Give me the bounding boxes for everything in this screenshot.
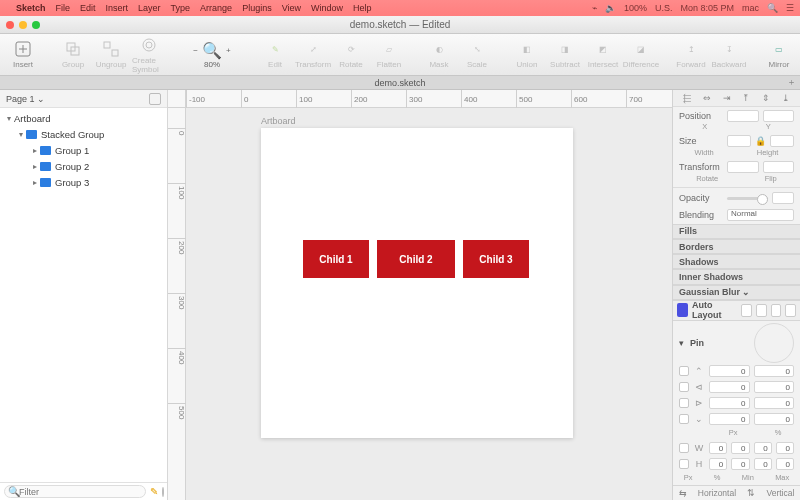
- align-right-icon[interactable]: ⇥: [721, 92, 733, 104]
- align-vcenter-icon[interactable]: ⇕: [760, 92, 772, 104]
- pin-left-field[interactable]: 0: [709, 381, 750, 393]
- align-left-icon[interactable]: ⬱: [681, 92, 693, 104]
- layer-group-1[interactable]: ▸ Group 1: [0, 142, 167, 158]
- distribute-v-icon[interactable]: ⇅: [747, 488, 755, 498]
- page-list-icon[interactable]: [149, 93, 161, 105]
- align-bottom-icon[interactable]: ⤓: [780, 92, 792, 104]
- forward-button[interactable]: ↥Forward: [674, 40, 708, 69]
- height-field[interactable]: [770, 135, 794, 147]
- menu-insert[interactable]: Insert: [106, 3, 129, 13]
- zoom-in-icon[interactable]: +: [226, 46, 231, 55]
- al-mode-2-button[interactable]: [756, 304, 767, 317]
- lock-icon[interactable]: 🔒: [755, 136, 766, 146]
- disclosure-icon[interactable]: ▾: [4, 114, 14, 123]
- search-icon[interactable]: 🔍: [767, 3, 778, 13]
- flip-field[interactable]: [763, 161, 795, 173]
- menu-arrange[interactable]: Arrange: [200, 3, 232, 13]
- align-top-icon[interactable]: ⤒: [740, 92, 752, 104]
- battery-status[interactable]: 100%: [624, 3, 647, 13]
- inner-shadows-section[interactable]: Inner Shadows: [673, 269, 800, 284]
- difference-button[interactable]: ◪Difference: [624, 40, 658, 69]
- pin-disclosure-icon[interactable]: ▾: [679, 338, 684, 348]
- menu-window[interactable]: Window: [311, 3, 343, 13]
- gaussian-blur-section[interactable]: Gaussian Blur ⌄: [673, 285, 800, 300]
- child-3[interactable]: Child 3: [463, 240, 529, 278]
- add-tab-button[interactable]: ＋: [787, 76, 796, 89]
- pin-left-field-2[interactable]: 0: [754, 381, 795, 393]
- page-selector[interactable]: Page 1 ⌄: [0, 90, 167, 108]
- close-icon[interactable]: [6, 21, 14, 29]
- pin-target-icon[interactable]: [754, 323, 794, 363]
- menu-file[interactable]: File: [56, 3, 71, 13]
- pin-right-check[interactable]: [679, 398, 689, 408]
- create-symbol-button[interactable]: Create Symbol: [132, 36, 166, 74]
- menu-edit[interactable]: Edit: [80, 3, 96, 13]
- pin-h-field[interactable]: 0: [709, 458, 727, 470]
- width-field[interactable]: [727, 135, 751, 147]
- al-mode-3-button[interactable]: [771, 304, 782, 317]
- menu-plugins[interactable]: Plugins: [242, 3, 272, 13]
- app-name[interactable]: Sketch: [16, 3, 46, 13]
- menu-type[interactable]: Type: [171, 3, 191, 13]
- pin-top-field-2[interactable]: 0: [754, 365, 795, 377]
- layer-stacked-group[interactable]: ▾ Stacked Group: [0, 126, 167, 142]
- disclosure-icon[interactable]: ▸: [30, 178, 40, 187]
- layer-artboard[interactable]: ▾ Artboard: [0, 110, 167, 126]
- tab-demo[interactable]: demo.sketch: [374, 78, 425, 88]
- al-mode-4-button[interactable]: [785, 304, 796, 317]
- child-1[interactable]: Child 1: [303, 240, 369, 278]
- artboard-label[interactable]: Artboard: [261, 116, 296, 126]
- menu-layer[interactable]: Layer: [138, 3, 161, 13]
- blending-select[interactable]: Normal: [727, 209, 794, 221]
- insert-button[interactable]: Insert: [6, 40, 40, 69]
- disclosure-icon[interactable]: ▸: [30, 162, 40, 171]
- disclosure-icon[interactable]: ▸: [30, 146, 40, 155]
- scale-button[interactable]: ⤡Scale: [460, 40, 494, 69]
- canvas-area[interactable]: -100 0 100 200 300 400 500 600 700 0 100…: [168, 90, 672, 500]
- pin-w-check[interactable]: [679, 443, 689, 453]
- opacity-slider[interactable]: [727, 197, 768, 200]
- menu-help[interactable]: Help: [353, 3, 372, 13]
- pin-top-field[interactable]: 0: [709, 365, 750, 377]
- x-field[interactable]: [727, 110, 759, 122]
- artboard[interactable]: Child 1 Child 2 Child 3: [261, 128, 573, 438]
- mirror-button[interactable]: ▭Mirror: [762, 40, 796, 69]
- distribute-h-icon[interactable]: ⇆: [679, 488, 687, 498]
- group-button[interactable]: Group: [56, 40, 90, 69]
- filter-input[interactable]: [4, 485, 146, 498]
- layer-group-2[interactable]: ▸ Group 2: [0, 158, 167, 174]
- pin-right-field[interactable]: 0: [709, 397, 750, 409]
- flag-status[interactable]: U.S.: [655, 3, 673, 13]
- volume-icon[interactable]: 🔈: [605, 3, 616, 13]
- backward-button[interactable]: ↧Backward: [712, 40, 746, 69]
- zoom-window-icon[interactable]: [32, 21, 40, 29]
- pin-left-check[interactable]: [679, 382, 689, 392]
- pin-w-field[interactable]: 0: [709, 442, 727, 454]
- zoom-out-icon[interactable]: −: [193, 46, 198, 55]
- child-2[interactable]: Child 2: [377, 240, 455, 278]
- ungroup-button[interactable]: Ungroup: [94, 40, 128, 69]
- edit-button[interactable]: ✎Edit: [258, 40, 292, 69]
- pin-h-check[interactable]: [679, 459, 689, 469]
- shadows-section[interactable]: Shadows: [673, 254, 800, 269]
- pin-bottom-field-2[interactable]: 0: [754, 413, 795, 425]
- fills-section[interactable]: Fills: [673, 224, 800, 239]
- clock[interactable]: Mon 8:05 PM: [680, 3, 734, 13]
- mask-button[interactable]: ◐Mask: [422, 40, 456, 69]
- zoom-control[interactable]: −🔍+ 80%: [182, 41, 242, 69]
- layer-group-3[interactable]: ▸ Group 3: [0, 174, 167, 190]
- traffic-lights[interactable]: [6, 21, 40, 29]
- intersect-button[interactable]: ◩Intersect: [586, 40, 620, 69]
- pin-bottom-field[interactable]: 0: [709, 413, 750, 425]
- wifi-icon[interactable]: ⌁: [592, 3, 597, 13]
- pin-bottom-check[interactable]: [679, 414, 689, 424]
- filter-circle-icon[interactable]: [162, 487, 164, 497]
- pin-right-field-2[interactable]: 0: [754, 397, 795, 409]
- minimize-icon[interactable]: [19, 21, 27, 29]
- user-name[interactable]: mac: [742, 3, 759, 13]
- al-mode-1-button[interactable]: [741, 304, 752, 317]
- borders-section[interactable]: Borders: [673, 239, 800, 254]
- filter-pencil-icon[interactable]: ✎: [150, 486, 158, 497]
- union-button[interactable]: ◧Union: [510, 40, 544, 69]
- rotate-field[interactable]: [727, 161, 759, 173]
